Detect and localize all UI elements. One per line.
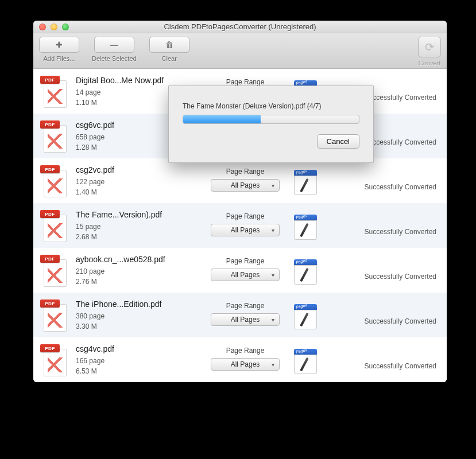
progress-dialog: The Fame Monster (Deluxe Version).pdf (4… [168,85,374,163]
page-range-select[interactable]: All Pages [211,313,280,326]
page-range-select[interactable]: All Pages [211,358,280,371]
pdf-icon: PDF [40,298,68,332]
output-format-col: Pages [288,164,323,195]
page-range-label: Page Range [202,302,288,310]
status-text: Successfully Converted [323,305,436,325]
file-row[interactable]: PDFcsg4vc.pdf166 page6.53 MPage RangeAll… [33,337,447,382]
page-range-select[interactable]: All Pages [211,224,280,236]
pdf-icon: PDF [40,254,68,287]
file-pages: 15 page [76,221,202,232]
progress-fill [183,115,261,123]
page-range-value: All Pages [231,316,260,324]
cancel-button[interactable]: Cancel [317,134,359,149]
status-text: Successfully Converted [323,170,436,191]
page-range-col: Page RangeAll Pages [202,254,288,281]
file-name: csg2vc.pdf [76,165,202,174]
file-size: 3.30 M [76,321,202,332]
minimize-window-button[interactable] [51,24,57,30]
toolbar: ✚ Add Files... — Delete Selected 🗑 Clear… [33,33,447,69]
file-pages: 210 page [76,266,202,277]
file-info: csg2vc.pdf122 page1.40 M [76,164,202,197]
status-text: Successfully Converted [323,349,436,370]
file-pages: 122 page [76,177,202,187]
page-range-value: All Pages [231,226,260,234]
convert-label: Convert [419,60,441,67]
page-range-col: Page RangeAll Pages [202,164,288,192]
pdf-icon: PDF [40,209,68,242]
convert-icon: ⟳ [425,40,435,54]
file-row[interactable]: PDFThe Fame...Version).pdf15 page2.68 MP… [33,203,447,248]
page-range-label: Page Range [202,78,288,86]
clear-label: Clear [162,55,177,62]
file-pages: 166 page [76,356,202,366]
close-window-button[interactable] [39,24,46,30]
pdf-icon: PDF [40,75,68,108]
window-title: Cisdem PDFtoPagesConverter (Unregistered… [33,22,447,31]
page-range-value: All Pages [231,271,260,279]
page-range-col: Page RangeAll Pages [202,298,288,326]
file-info: The Fame...Version).pdf15 page2.68 M [76,209,202,242]
file-name: The iPhone...Edition.pdf [76,299,202,309]
pages-icon: Pages [294,349,317,374]
page-range-select[interactable]: All Pages [211,269,280,281]
page-range-select[interactable]: All Pages [211,179,280,192]
app-window: Cisdem PDFtoPagesConverter (Unregistered… [33,21,447,382]
pdf-icon: PDF [40,164,68,197]
status-text: Successfully Converted [323,215,436,236]
file-size: 1.40 M [76,187,202,197]
file-name: csg4vc.pdf [76,344,202,353]
page-range-col: Page RangeAll Pages [202,343,288,371]
file-name: Digital Boo...Me Now.pdf [76,76,202,85]
page-range-label: Page Range [202,257,288,265]
file-size: 2.76 M [76,277,202,287]
pages-icon: Pages [294,215,317,240]
file-name: aybook.cn_...we0528.pdf [76,255,202,264]
minus-icon: — [110,40,118,49]
titlebar: Cisdem PDFtoPagesConverter (Unregistered… [33,21,447,33]
status-text: Successfully Converted [323,260,436,281]
file-size: 2.68 M [76,232,202,242]
pages-icon: Pages [294,304,317,329]
page-range-col: Page RangeAll Pages [202,209,288,236]
page-range-value: All Pages [231,360,260,368]
file-pages: 380 page [76,311,202,321]
output-format-col: Pages [288,343,323,374]
progress-bar [183,115,359,124]
page-range-label: Page Range [202,347,288,355]
window-controls [33,24,69,30]
pdf-icon: PDF [40,343,68,376]
file-size: 6.53 M [76,366,202,376]
page-range-value: All Pages [231,181,260,189]
output-format-col: Pages [288,209,323,240]
pages-icon: Pages [294,170,317,195]
add-files-tool[interactable]: ✚ Add Files... [39,37,79,62]
page-range-label: Page Range [202,168,288,176]
file-name: The Fame...Version).pdf [76,210,202,219]
file-info: csg4vc.pdf166 page6.53 M [76,343,202,376]
output-format-col: Pages [288,298,323,329]
pdf-icon: PDF [40,119,68,153]
delete-selected-label: Delete Selected [92,55,137,62]
page-range-label: Page Range [202,212,288,220]
output-format-col: Pages [288,254,323,285]
file-row[interactable]: PDFThe iPhone...Edition.pdf380 page3.30 … [33,293,447,337]
trash-icon: 🗑 [165,40,173,49]
file-row[interactable]: PDFcsg2vc.pdf122 page1.40 MPage RangeAll… [33,158,447,203]
file-info: aybook.cn_...we0528.pdf210 page2.76 M [76,254,202,287]
file-info: The iPhone...Edition.pdf380 page3.30 M [76,298,202,332]
plus-icon: ✚ [56,40,63,49]
pages-icon: Pages [294,259,317,285]
delete-selected-tool[interactable]: — Delete Selected [92,37,137,62]
file-row[interactable]: PDFaybook.cn_...we0528.pdf210 page2.76 M… [33,248,447,293]
zoom-window-button[interactable] [62,24,69,30]
add-files-label: Add Files... [43,55,75,62]
convert-tool[interactable]: ⟳ Convert [418,37,441,67]
clear-tool[interactable]: 🗑 Clear [149,37,189,62]
progress-text: The Fame Monster (Deluxe Version).pdf (4… [183,102,359,110]
